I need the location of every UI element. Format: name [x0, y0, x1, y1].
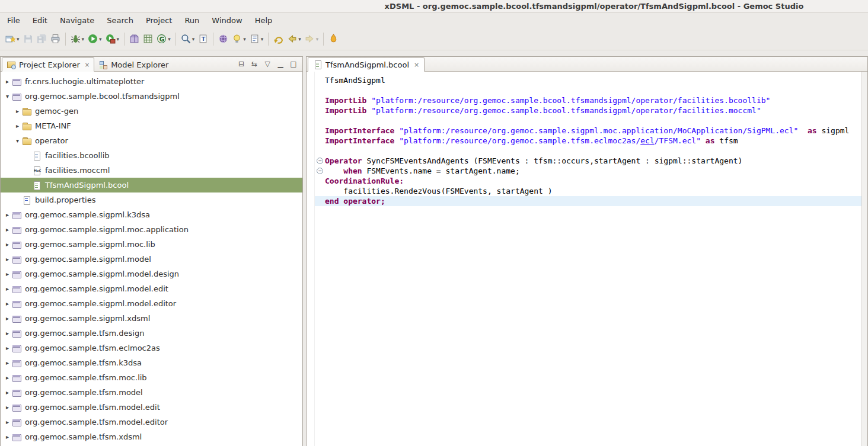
expand-arrow-icon[interactable]: ▸ — [3, 360, 12, 366]
expand-arrow-icon[interactable]: ▸ — [13, 123, 22, 129]
link-with-editor-icon[interactable]: ⇆ — [248, 60, 261, 68]
code-line[interactable] — [315, 115, 861, 126]
menu-run[interactable]: Run — [182, 15, 202, 26]
new-plugin-project-button[interactable] — [141, 31, 155, 47]
dropdown-arrow-icon[interactable]: ▾ — [17, 36, 20, 42]
annotations-button[interactable]: ▾ — [248, 31, 266, 47]
code-line[interactable] — [315, 85, 861, 95]
expand-arrow-icon[interactable]: ▸ — [3, 256, 12, 262]
menu-help[interactable]: Help — [253, 15, 275, 26]
tree-item-facilities.bcoollib[interactable]: facilities.bcoollib — [1, 148, 302, 163]
menu-file[interactable]: File — [5, 15, 23, 26]
tree-item-org.gemoc.sample.tfsm.model[interactable]: ▸org.gemoc.sample.tfsm.model — [1, 385, 302, 400]
dropdown-arrow-icon[interactable]: ▾ — [192, 36, 195, 42]
expand-arrow-icon[interactable]: ▸ — [3, 345, 12, 351]
torch-button[interactable] — [327, 31, 340, 47]
tree-item-org.gemoc.sample.sigpml.model.editor[interactable]: ▸org.gemoc.sample.sigpml.model.editor — [1, 296, 302, 311]
collapse-all-icon[interactable]: ⊟ — [235, 60, 248, 68]
code-area[interactable]: TfsmAndSigpmlImportLib "platform:/resour… — [315, 72, 861, 446]
tree-item-org.gemoc.sample.sigpml.model.design[interactable]: ▸org.gemoc.sample.sigpml.model.design — [1, 267, 302, 281]
menu-window[interactable]: Window — [209, 15, 244, 26]
tree-item-org.gemoc.sample.tfsm.moc.lib[interactable]: ▸org.gemoc.sample.tfsm.moc.lib — [1, 370, 302, 385]
code-line[interactable] — [315, 146, 861, 156]
tree-item-org.gemoc.sample.tfsm.model.edit[interactable]: ▸org.gemoc.sample.tfsm.model.edit — [1, 400, 302, 415]
back-button[interactable]: ▾ — [285, 31, 303, 47]
print-button[interactable] — [49, 31, 62, 47]
tree-item-gemoc-gen[interactable]: ▸gemoc-gen — [1, 104, 302, 118]
run-external-tools-button[interactable]: ▾ — [104, 31, 122, 47]
collapse-arrow-icon[interactable]: ▾ — [13, 137, 22, 144]
code-line[interactable]: CoordinationRule: — [315, 176, 861, 186]
code-line[interactable]: ImportLib "platform:/resource/org.gemoc.… — [315, 95, 861, 105]
tree-item-org.gemoc.sample.tfsm.model.editor[interactable]: ▸org.gemoc.sample.tfsm.model.editor — [1, 415, 302, 429]
tree-item-TfsmAndSigpml.bcool[interactable]: TfsmAndSigpml.bcool — [1, 178, 302, 192]
tree-item-operator[interactable]: ▾operator — [1, 133, 302, 148]
editor-tab-tfsmandsigpml[interactable]: TfsmAndSigpml.bcool × — [308, 57, 425, 72]
dropdown-arrow-icon[interactable]: ▾ — [261, 36, 264, 42]
tree-item-org.gemoc.sample.tfsm.eclmoc2as[interactable]: ▸org.gemoc.sample.tfsm.eclmoc2as — [1, 341, 302, 355]
tree-item-facilities.moccml[interactable]: facilities.moccml — [1, 163, 302, 178]
open-gemoc-element-button[interactable]: G▾ — [155, 31, 173, 47]
expand-arrow-icon[interactable]: ▸ — [3, 241, 12, 248]
tree-item-org.gemoc.sample.tfsm.k3dsa[interactable]: ▸org.gemoc.sample.tfsm.k3dsa — [1, 355, 302, 370]
expand-arrow-icon[interactable]: ▸ — [3, 211, 12, 218]
expand-arrow-icon[interactable]: ▸ — [3, 226, 12, 233]
tree-item-org.gemoc.sample.sigpml.xdsml[interactable]: ▸org.gemoc.sample.sigpml.xdsml — [1, 311, 302, 326]
open-type-button[interactable]: T — [196, 31, 210, 47]
expand-arrow-icon[interactable]: ▸ — [13, 108, 22, 114]
code-line[interactable]: ImportInterface "platform:/resource/org.… — [315, 126, 861, 136]
expand-arrow-icon[interactable]: ▸ — [3, 374, 12, 381]
tree-item-org.gemoc.sample.sigpml.k3dsa[interactable]: ▸org.gemoc.sample.sigpml.k3dsa — [1, 207, 302, 222]
collapse-arrow-icon[interactable]: ▾ — [3, 93, 12, 100]
tree-item-org.gemoc.sample.bcool.tfsmandsigpml[interactable]: ▾org.gemoc.sample.bcool.tfsmandsigpml — [1, 89, 302, 104]
close-view-icon[interactable]: × — [85, 62, 90, 68]
dropdown-arrow-icon[interactable]: ▾ — [99, 36, 102, 42]
world-button[interactable] — [216, 31, 230, 47]
code-line[interactable]: end operator; — [315, 196, 861, 206]
close-tab-icon[interactable]: × — [414, 61, 419, 69]
dropdown-arrow-icon[interactable]: ▾ — [316, 36, 319, 42]
expand-arrow-icon[interactable]: ▸ — [3, 271, 12, 277]
tree-item-org.gemoc.sample.tfsm.design[interactable]: ▸org.gemoc.sample.tfsm.design — [1, 326, 302, 341]
tree-item-org.gemoc.sample.tfsm.xdsml[interactable]: ▸org.gemoc.sample.tfsm.xdsml — [1, 429, 302, 444]
minimize-icon[interactable]: ▁ — [274, 60, 287, 68]
view-menu-icon[interactable]: ▽ — [261, 60, 274, 68]
code-line[interactable]: −Operator SyncFSMEventsAndAgents (FSMEve… — [315, 156, 861, 166]
expand-arrow-icon[interactable]: ▸ — [3, 300, 12, 307]
view-tab-project-explorer[interactable]: Project Explorer× — [2, 57, 94, 72]
tree-item-fr.cnrs.luchogie.ultimateplotter[interactable]: ▸fr.cnrs.luchogie.ultimateplotter — [1, 74, 302, 89]
menu-navigate[interactable]: Navigate — [58, 15, 97, 26]
code-line[interactable]: − when FSMEvents.name = startAgent.name; — [315, 166, 861, 176]
expand-arrow-icon[interactable]: ▸ — [3, 434, 12, 440]
dropdown-arrow-icon[interactable]: ▾ — [168, 36, 171, 42]
expand-arrow-icon[interactable]: ▸ — [3, 419, 12, 425]
dropdown-arrow-icon[interactable]: ▾ — [298, 36, 301, 42]
view-tab-model-explorer[interactable]: Model Explorer — [94, 57, 174, 72]
expand-arrow-icon[interactable]: ▸ — [3, 404, 12, 410]
tree-item-org.gemoc.sample.sigpml.model[interactable]: ▸org.gemoc.sample.sigpml.model — [1, 252, 302, 267]
code-line[interactable]: TfsmAndSigpml — [315, 75, 861, 85]
dropdown-arrow-icon[interactable]: ▾ — [117, 36, 120, 42]
debug-button[interactable]: ▾ — [69, 31, 87, 47]
dropdown-arrow-icon[interactable]: ▾ — [82, 36, 85, 42]
run-button[interactable]: ▾ — [86, 31, 104, 47]
menu-edit[interactable]: Edit — [30, 15, 50, 26]
maximize-icon[interactable]: □ — [287, 60, 300, 68]
new-wizard-button[interactable]: ▾ — [4, 31, 21, 47]
tree-item-build.properties[interactable]: build.properties — [1, 192, 302, 207]
expand-arrow-icon[interactable]: ▸ — [3, 389, 12, 396]
tree-item-META-INF[interactable]: ▸META-INF — [1, 118, 302, 133]
code-line[interactable]: ImportLib "platform:/resource/org.gemoc.… — [315, 105, 861, 115]
open-task-button[interactable]: ▾ — [230, 31, 248, 47]
expand-arrow-icon[interactable]: ▸ — [3, 330, 12, 336]
overview-ruler[interactable] — [861, 72, 867, 446]
search-button[interactable]: ▾ — [179, 31, 197, 47]
expand-arrow-icon[interactable]: ▸ — [3, 285, 12, 292]
menu-project[interactable]: Project — [143, 15, 174, 26]
code-line[interactable]: ImportInterface "platform:/resource/org.… — [315, 136, 861, 146]
tree-item-org.gemoc.sample.sigpml.moc.application[interactable]: ▸org.gemoc.sample.sigpml.moc.application — [1, 222, 302, 237]
menu-search[interactable]: Search — [104, 15, 136, 26]
last-edit-location-button[interactable] — [272, 31, 285, 47]
code-line[interactable]: facilities.RendezVous(FSMEvents, startAg… — [315, 186, 861, 196]
expand-arrow-icon[interactable]: ▸ — [3, 78, 12, 85]
